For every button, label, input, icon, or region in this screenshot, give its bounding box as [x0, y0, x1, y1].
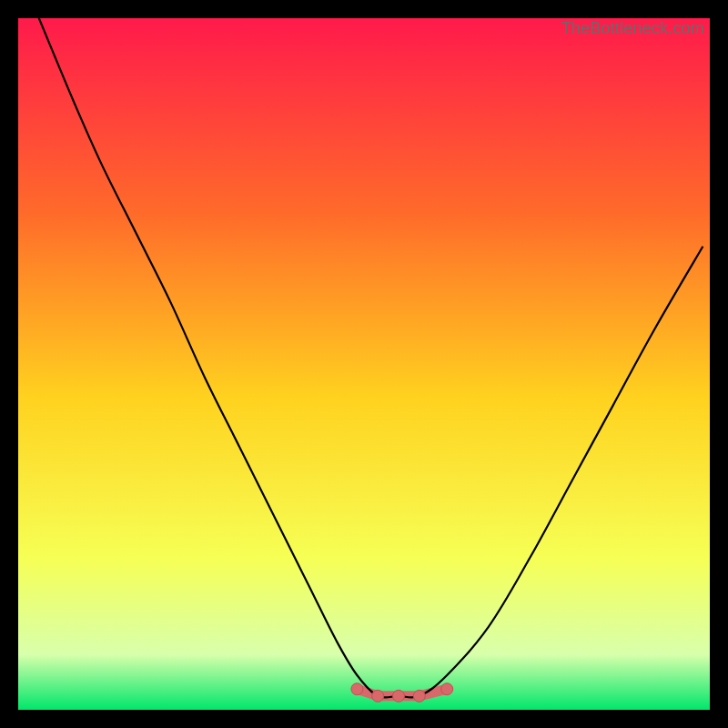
chart-frame: TheBottleneck.com: [18, 18, 710, 710]
bottleneck-curve: [39, 18, 703, 698]
sweet-spot-marker: [441, 683, 453, 695]
sweet-spot-marker: [413, 690, 425, 702]
sweet-spot-marker: [393, 690, 405, 702]
watermark-text: TheBottleneck.com: [561, 19, 704, 38]
chart-plot-layer: [18, 18, 710, 710]
sweet-spot-marker: [351, 683, 363, 695]
sweet-spot-marker: [372, 690, 384, 702]
